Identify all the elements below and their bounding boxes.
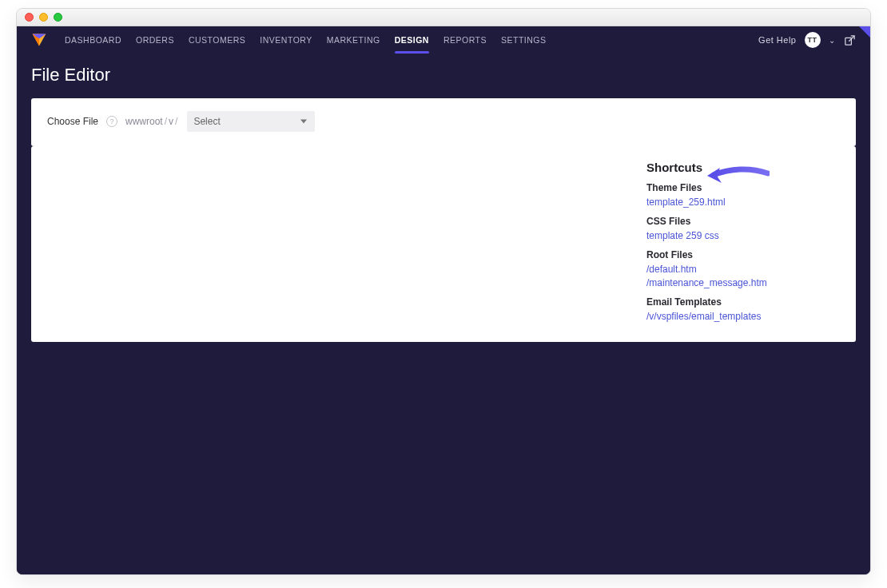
- open-external-icon[interactable]: [843, 34, 856, 46]
- file-select-value: Select: [193, 116, 220, 127]
- choose-file-card: Choose File ? wwwroot/v/ Select: [31, 98, 856, 146]
- nav-settings[interactable]: SETTINGS: [501, 35, 547, 45]
- mac-titlebar: [17, 9, 870, 26]
- editor-empty-area: [31, 146, 640, 342]
- content-row: Shortcuts Theme Files template_259.html …: [31, 146, 856, 342]
- shortcuts-group-theme: Theme Files: [646, 182, 840, 193]
- nav-inventory[interactable]: INVENTORY: [260, 35, 312, 45]
- top-nav: DASHBOARD ORDERS CUSTOMERS INVENTORY MAR…: [17, 26, 870, 54]
- shortcut-link-template-css[interactable]: template 259 css: [646, 230, 840, 241]
- shortcut-link-maintenance[interactable]: /maintenance_message.htm: [646, 277, 840, 288]
- nav-dashboard[interactable]: DASHBOARD: [65, 35, 121, 45]
- nav-orders[interactable]: ORDERS: [136, 35, 174, 45]
- path-breadcrumb: wwwroot/v/: [125, 116, 179, 127]
- nav-marketing[interactable]: MARKETING: [327, 35, 380, 45]
- shortcut-link-default-htm[interactable]: /default.htm: [646, 264, 840, 275]
- info-icon[interactable]: ?: [106, 116, 117, 127]
- nav-items: DASHBOARD ORDERS CUSTOMERS INVENTORY MAR…: [65, 35, 547, 45]
- app-surface: DASHBOARD ORDERS CUSTOMERS INVENTORY MAR…: [17, 26, 870, 574]
- shortcuts-group-root: Root Files: [646, 249, 840, 260]
- svg-rect-3: [845, 38, 851, 45]
- choose-file-label: Choose File: [47, 116, 98, 127]
- shortcut-link-template-html[interactable]: template_259.html: [646, 197, 840, 208]
- avatar-chevron-down-icon[interactable]: ⌄: [829, 36, 836, 45]
- app-window: DASHBOARD ORDERS CUSTOMERS INVENTORY MAR…: [16, 8, 871, 575]
- shortcuts-group-email: Email Templates: [646, 296, 840, 308]
- brand-logo-icon[interactable]: [31, 32, 47, 48]
- shortcut-link-email-templates[interactable]: /v/vspfiles/email_templates: [646, 311, 840, 322]
- shortcuts-heading: Shortcuts: [646, 161, 840, 174]
- nav-design[interactable]: DESIGN: [395, 35, 429, 45]
- minimize-window-icon[interactable]: [39, 13, 48, 22]
- top-nav-right: Get Help TT ⌄: [758, 32, 856, 48]
- nav-reports[interactable]: REPORTS: [444, 35, 487, 45]
- crumb-root[interactable]: wwwroot: [125, 116, 163, 127]
- window-controls: [25, 13, 62, 22]
- maximize-window-icon[interactable]: [54, 13, 62, 22]
- file-select-dropdown[interactable]: Select: [187, 111, 315, 132]
- nav-customers[interactable]: CUSTOMERS: [189, 35, 245, 45]
- footer-empty-area: [17, 356, 870, 574]
- get-help-link[interactable]: Get Help: [758, 35, 796, 45]
- user-avatar[interactable]: TT: [805, 32, 821, 48]
- shortcuts-panel: Shortcuts Theme Files template_259.html …: [640, 146, 856, 342]
- close-window-icon[interactable]: [25, 13, 34, 22]
- shortcuts-group-css: CSS Files: [646, 216, 840, 227]
- page-title: File Editor: [17, 54, 870, 98]
